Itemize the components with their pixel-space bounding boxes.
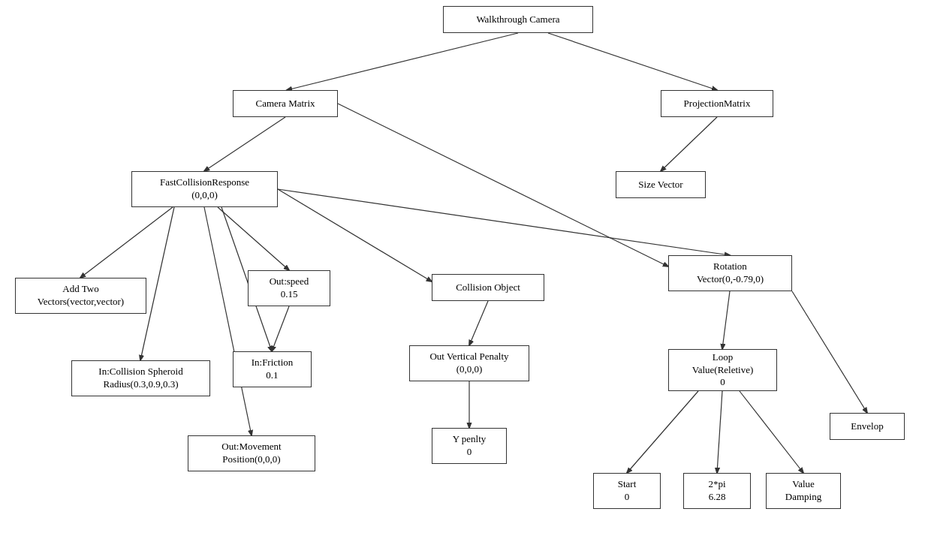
node-out-vertical: Out Vertical Penalty (0,0,0): [409, 345, 529, 381]
node-camera-matrix: Camera Matrix: [233, 90, 338, 117]
node-in-collision: In:Collision Spheroid Radius(0.3,0.9,0.3…: [71, 360, 210, 396]
svg-line-4: [80, 207, 173, 278]
node-projection-matrix: ProjectionMatrix: [661, 90, 773, 117]
node-walkthrough-camera: Walkthrough Camera: [443, 6, 593, 33]
node-fast-collision: FastCollisionResponse (0,0,0): [131, 171, 278, 207]
node-y-penlty: Y penlty 0: [432, 428, 507, 464]
svg-line-2: [204, 117, 285, 171]
svg-line-10: [278, 189, 730, 255]
node-envelop: Envelop: [830, 413, 905, 440]
svg-line-12: [469, 301, 488, 345]
node-start: Start 0: [593, 473, 661, 509]
svg-line-15: [792, 291, 867, 413]
node-out-movement: Out:Movement Position(0,0,0): [188, 435, 315, 471]
svg-line-16: [627, 391, 698, 473]
svg-line-3: [661, 117, 717, 171]
svg-line-9: [278, 189, 432, 282]
svg-line-11: [272, 306, 289, 351]
diagram-container: Walkthrough Camera Camera Matrix Project…: [0, 0, 931, 560]
svg-line-17: [717, 391, 722, 473]
node-size-vector: Size Vector: [616, 171, 706, 198]
svg-line-0: [287, 33, 518, 90]
node-two-pi: 2*pi 6.28: [683, 473, 751, 509]
node-collision-object: Collision Object: [432, 274, 544, 301]
svg-line-18: [740, 391, 803, 473]
node-in-friction: In:Friction 0.1: [233, 351, 312, 387]
svg-line-14: [722, 291, 730, 349]
node-value-damping: Value Damping: [766, 473, 841, 509]
svg-line-8: [204, 207, 252, 435]
svg-line-6: [218, 207, 289, 270]
node-rotation-vector: Rotation Vector(0,-0.79,0): [668, 255, 792, 291]
node-add-two-vectors: Add Two Vectors(vector,vector): [15, 278, 146, 314]
node-out-speed: Out:speed 0.15: [248, 270, 330, 306]
svg-line-1: [548, 33, 717, 90]
node-loop-value: Loop Value(Reletive) 0: [668, 349, 777, 391]
